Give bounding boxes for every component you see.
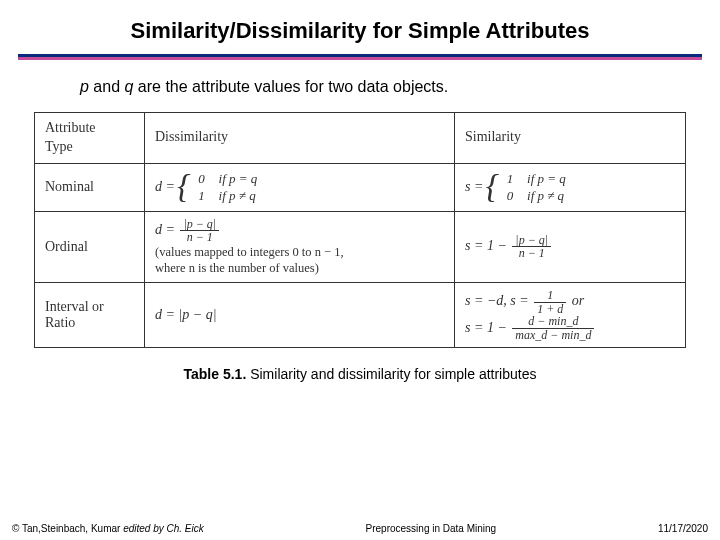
table-container: Attribute Type Dissimilarity Similarity …: [34, 112, 686, 382]
table-header-row: Attribute Type Dissimilarity Similarity: [35, 113, 686, 164]
title-divider: [18, 54, 702, 60]
cell-type-ordinal: Ordinal: [35, 211, 145, 282]
sim-part1-tail: or: [572, 293, 584, 308]
ordinal-note1: (values mapped to integers 0 to n − 1,: [155, 245, 344, 259]
case-cond: if p = q: [517, 171, 566, 186]
footer-date: 11/17/2020: [658, 523, 708, 534]
fraction: d − min_d max_d − min_d: [512, 315, 594, 341]
cell-dissim-ordinal: d = |p − q| n − 1 (values mapped to inte…: [145, 211, 455, 282]
intro-text: p and q are the attribute values for two…: [0, 78, 720, 112]
cell-type-nominal: Nominal: [35, 163, 145, 211]
case-val: 0: [503, 187, 517, 205]
frac-num: d − min_d: [512, 315, 594, 329]
dissim-lhs: d =: [155, 222, 178, 237]
cell-dissim-interval: d = |p − q|: [145, 283, 455, 348]
similarity-table: Attribute Type Dissimilarity Similarity …: [34, 112, 686, 348]
footer-left: © Tan,Steinbach, Kumar edited by Ch. Eic…: [12, 523, 204, 534]
case-cond: if p ≠ q: [517, 188, 564, 203]
frac-den: max_d − min_d: [512, 329, 594, 342]
sim-lhs: s =: [465, 179, 483, 195]
frac-num: |p − q|: [180, 218, 219, 232]
table-row: Ordinal d = |p − q| n − 1 (values mapped…: [35, 211, 686, 282]
frac-num: |p − q|: [512, 234, 551, 248]
footer-edited: edited by Ch. Eick: [123, 523, 204, 534]
cell-sim-interval: s = −d, s = 1 1 + d or s = 1 − d − min_d…: [455, 283, 686, 348]
fraction: |p − q| n − 1: [180, 218, 219, 244]
caption-text: Similarity and dissimilarity for simple …: [246, 366, 536, 382]
header-dissimilarity: Dissimilarity: [145, 113, 455, 164]
footer-center: Preprocessing in Data Mining: [366, 523, 497, 534]
case-cond: if p ≠ q: [209, 188, 256, 203]
fraction: 1 1 + d: [534, 289, 566, 315]
sim-part2-lhs: s = 1 −: [465, 320, 510, 335]
header-similarity: Similarity: [455, 113, 686, 164]
footer-copyright: © Tan,Steinbach, Kumar: [12, 523, 123, 534]
table-row: Nominal d = { 0if p = q 1if p ≠ q s = { …: [35, 163, 686, 211]
intro-rest: are the attribute values for two data ob…: [133, 78, 448, 95]
fraction: |p − q| n − 1: [512, 234, 551, 260]
cell-type-interval: Interval or Ratio: [35, 283, 145, 348]
caption-lead: Table 5.1.: [184, 366, 247, 382]
intro-and: and: [89, 78, 125, 95]
slide-title: Similarity/Dissimilarity for Simple Attr…: [0, 0, 720, 54]
frac-den: n − 1: [512, 247, 551, 260]
case-val: 1: [195, 187, 209, 205]
brace-icon: {: [485, 169, 499, 203]
table-caption: Table 5.1. Similarity and dissimilarity …: [34, 366, 686, 382]
case-cond: if p = q: [209, 171, 258, 186]
case-val: 1: [503, 170, 517, 188]
slide-footer: © Tan,Steinbach, Kumar edited by Ch. Eic…: [0, 523, 720, 534]
case-val: 0: [195, 170, 209, 188]
header-type: Attribute Type: [35, 113, 145, 164]
frac-num: 1: [534, 289, 566, 303]
var-p: p: [80, 78, 89, 95]
cell-sim-ordinal: s = 1 − |p − q| n − 1: [455, 211, 686, 282]
cell-sim-nominal: s = { 1if p = q 0if p ≠ q: [455, 163, 686, 211]
cell-dissim-nominal: d = { 0if p = q 1if p ≠ q: [145, 163, 455, 211]
sim-part1-lhs: s = −d, s =: [465, 293, 532, 308]
dissim-formula: d = |p − q|: [155, 307, 217, 322]
table-row: Interval or Ratio d = |p − q| s = −d, s …: [35, 283, 686, 348]
dissim-lhs: d =: [155, 179, 175, 195]
brace-icon: {: [177, 169, 191, 203]
frac-den: n − 1: [180, 231, 219, 244]
sim-lhs: s = 1 −: [465, 238, 510, 253]
ordinal-note2: where n is the number of values): [155, 261, 319, 275]
